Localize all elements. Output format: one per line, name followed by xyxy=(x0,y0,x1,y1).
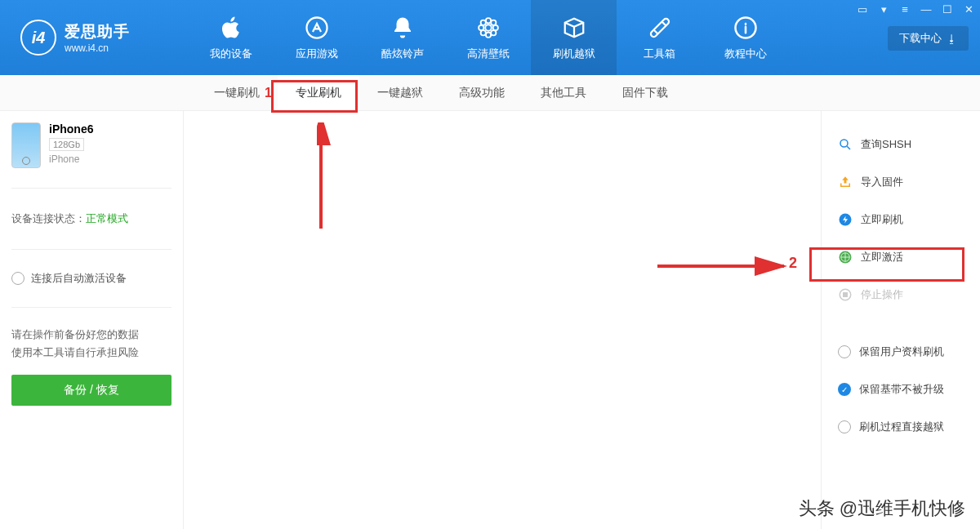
svg-point-5 xyxy=(492,25,497,30)
menu-icon[interactable]: ≡ xyxy=(898,3,911,16)
svg-point-1 xyxy=(485,24,492,31)
nav-apps[interactable]: 应用游戏 xyxy=(274,0,359,75)
nav-label: 刷机越狱 xyxy=(553,47,595,61)
query-shsh-button[interactable]: 查询SHSH xyxy=(822,126,980,163)
tab-firmware-download[interactable]: 固件下载 xyxy=(604,75,686,110)
device-type: iPhone xyxy=(49,153,93,165)
option-keep-userdata[interactable]: 保留用户资料刷机 xyxy=(822,333,980,371)
svg-point-9 xyxy=(491,30,496,35)
stop-button: 停止操作 xyxy=(822,276,980,313)
nav-label: 酷炫铃声 xyxy=(381,47,424,61)
nav-toolbox[interactable]: 工具箱 xyxy=(617,0,702,75)
window-controls: ▭ ▾ ≡ — ☐ ✕ xyxy=(856,3,975,16)
nav-flash[interactable]: 刷机越狱 xyxy=(531,0,617,75)
device-info[interactable]: iPhone6 128Gb iPhone xyxy=(11,122,172,189)
skin-icon[interactable]: ▾ xyxy=(877,3,890,16)
flash-icon xyxy=(838,212,853,227)
svg-point-8 xyxy=(480,30,485,35)
device-image xyxy=(11,122,41,168)
tab-other-tools[interactable]: 其他工具 xyxy=(523,75,604,110)
nav-ringtones[interactable]: 酷炫铃声 xyxy=(359,0,445,75)
sub-tabs: 一键刷机 1 专业刷机 一键越狱 高级功能 其他工具 固件下载 xyxy=(0,75,980,111)
nav-wallpapers[interactable]: 高清壁纸 xyxy=(445,0,531,75)
download-center-button[interactable]: 下载中心 ⭳ xyxy=(888,26,969,51)
backup-restore-button[interactable]: 备份 / 恢复 xyxy=(11,375,172,406)
search-icon xyxy=(838,137,853,152)
import-icon xyxy=(838,175,853,189)
minimize-icon[interactable]: — xyxy=(920,3,933,16)
svg-point-0 xyxy=(306,18,327,38)
device-name: iPhone6 xyxy=(49,122,93,136)
svg-point-4 xyxy=(479,25,483,30)
nav-label: 高清壁纸 xyxy=(467,47,510,61)
svg-point-2 xyxy=(485,18,490,23)
radio-checked-icon xyxy=(838,383,851,396)
tab-advanced[interactable]: 高级功能 xyxy=(441,75,523,110)
maximize-icon[interactable]: ☐ xyxy=(941,3,954,16)
box-icon xyxy=(560,14,588,42)
app-header: i4 爱思助手 www.i4.cn 我的设备 应用游戏 酷炫铃声 高清壁纸 刷机… xyxy=(0,0,980,75)
nav-label: 我的设备 xyxy=(210,47,252,61)
nav-my-device[interactable]: 我的设备 xyxy=(188,0,274,75)
backup-warning: 请在操作前备份好您的数据 使用本工具请自行承担风险 xyxy=(11,308,172,375)
svg-rect-15 xyxy=(844,293,848,297)
download-icon: ⭳ xyxy=(947,33,957,45)
radio-icon xyxy=(838,420,851,433)
radio-icon xyxy=(838,345,851,358)
radio-icon xyxy=(11,272,24,285)
tab-pro-flash[interactable]: 1 专业刷机 xyxy=(278,75,359,110)
info-icon xyxy=(732,14,760,42)
import-firmware-button[interactable]: 导入固件 xyxy=(822,163,980,201)
nav-label: 教程中心 xyxy=(724,47,767,61)
tools-icon xyxy=(646,14,674,42)
app-title: 爱思助手 xyxy=(65,21,130,42)
annotation-marker-1: 1 xyxy=(265,86,272,100)
main-nav: 我的设备 应用游戏 酷炫铃声 高清壁纸 刷机越狱 工具箱 教程中心 xyxy=(188,0,972,75)
svg-point-11 xyxy=(840,140,848,147)
activate-now-button[interactable]: 立即激活 xyxy=(822,238,980,276)
annotation-marker-2: 2 xyxy=(789,255,797,272)
download-center-label: 下载中心 xyxy=(899,31,942,46)
flash-now-button[interactable]: 立即刷机 xyxy=(822,201,980,238)
svg-point-6 xyxy=(480,20,485,25)
status-mode: 正常模式 xyxy=(86,212,128,224)
right-panel: 查询SHSH 导入固件 立即刷机 立即激活 停止操作 保留用户资料刷机 保留基带… xyxy=(821,111,980,529)
feedback-icon[interactable]: ▭ xyxy=(856,3,869,16)
main-content xyxy=(184,111,821,529)
option-jailbreak-during-flash[interactable]: 刷机过程直接越狱 xyxy=(822,408,980,446)
activate-icon xyxy=(838,250,853,264)
svg-point-7 xyxy=(491,20,496,25)
app-logo: i4 爱思助手 www.i4.cn xyxy=(8,20,188,56)
left-sidebar: iPhone6 128Gb iPhone 设备连接状态：正常模式 连接后自动激活… xyxy=(0,111,184,529)
logo-icon: i4 xyxy=(20,20,56,56)
apple-icon xyxy=(217,14,245,42)
close-icon[interactable]: ✕ xyxy=(962,3,975,16)
flower-icon xyxy=(474,14,502,42)
nav-tutorials[interactable]: 教程中心 xyxy=(702,0,788,75)
nav-label: 工具箱 xyxy=(644,47,675,61)
app-url: www.i4.cn xyxy=(65,42,130,54)
option-keep-baseband[interactable]: 保留基带不被升级 xyxy=(822,371,980,408)
watermark: 头条 @迅维手机快修 xyxy=(799,496,965,521)
stop-icon xyxy=(838,287,853,302)
auto-activate-toggle[interactable]: 连接后自动激活设备 xyxy=(11,250,172,308)
connection-status: 设备连接状态：正常模式 xyxy=(11,189,172,250)
device-capacity: 128Gb xyxy=(49,138,84,151)
nav-label: 应用游戏 xyxy=(296,47,338,61)
appstore-icon xyxy=(303,14,331,42)
bell-icon xyxy=(389,14,416,42)
tab-oneclick-jailbreak[interactable]: 一键越狱 xyxy=(359,75,441,110)
svg-point-3 xyxy=(485,33,490,38)
